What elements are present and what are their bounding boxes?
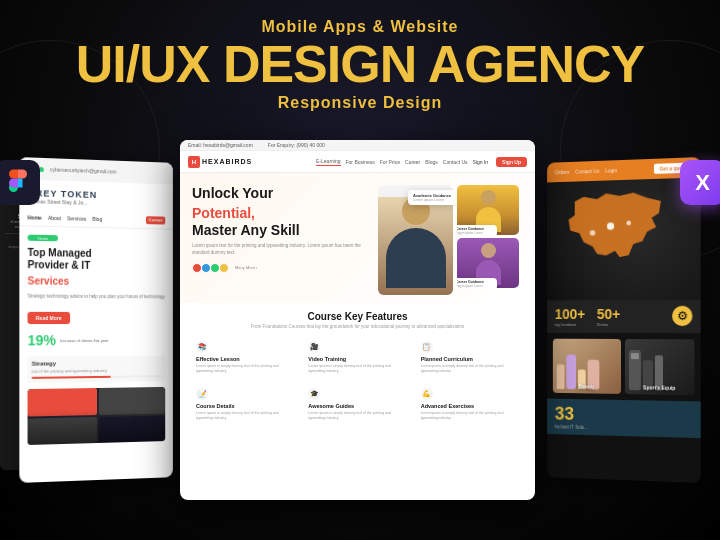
- right-nav-contact[interactable]: Contact Us: [575, 168, 599, 175]
- main-title: UI/UX DESIGN AGENCY: [0, 38, 720, 90]
- badge-career2-text: Lorem ipsum Lorem: [457, 284, 493, 288]
- beauty-label: Beauty: [553, 383, 621, 390]
- hero-img-purple: Career Guidance Lorem ipsum Lorem: [457, 238, 519, 288]
- nav-blogs[interactable]: Blogs: [425, 159, 438, 165]
- feature-video-training: 🎥 Video Training Lorem ipsum is simply d…: [304, 337, 410, 378]
- center-hero: Unlock Your Potential, Master Any Skill …: [180, 173, 535, 303]
- hero-img-col: Career Guidance Lorem ipsum Lorem Career…: [457, 185, 519, 295]
- hero-title-red: Potential,: [192, 205, 368, 222]
- feature5-icon: 🎓: [308, 388, 320, 400]
- feature-advanced-exercises: 💪 Advanced Exercises Lorem ipsum is simp…: [417, 384, 523, 425]
- hero-avatars: Many More+: [192, 263, 368, 273]
- nav-contact[interactable]: Contact Us: [443, 159, 468, 165]
- feature1-title: Effective Lesson: [196, 356, 294, 362]
- gear-icon: ⚙: [672, 306, 692, 326]
- x-badge: X: [680, 160, 720, 205]
- services-label: Services: [28, 275, 166, 288]
- product-sports: Sport's Equip: [624, 339, 694, 395]
- screen-left: cybersecuritytech@gmail.com GREY TOKEN ●…: [19, 157, 173, 483]
- left-title: Top Managed Provider & IT: [28, 247, 166, 273]
- feature5-title: Awesome Guides: [308, 403, 406, 409]
- left-nav-blog[interactable]: Blog: [92, 215, 102, 221]
- stat-label: Increase of clients this year: [60, 338, 108, 343]
- email-text: Email: hexabirds@gmail.com: [188, 142, 253, 148]
- feature6-title: Advanced Exercises: [421, 403, 519, 409]
- feature6-text: Lorem ipsum is simply dummy text of the …: [421, 411, 519, 421]
- hero-main-img: Academic Guidance Lorem ipsum Lorem: [378, 185, 453, 295]
- feature3-icon: 📋: [421, 341, 433, 353]
- feature2-icon: 🎥: [308, 341, 320, 353]
- left-screen-header: GREY TOKEN ● Jonas Street Stay & Jo...: [19, 179, 173, 211]
- left-nav-home[interactable]: Home: [28, 214, 42, 220]
- center-nav-links: E-Learning For Business For Price Career…: [316, 157, 527, 167]
- nav-career[interactable]: Career: [405, 159, 420, 165]
- nav-signin[interactable]: Sign In: [473, 159, 489, 165]
- center-logo: H HEXABIRDS: [188, 156, 252, 168]
- badge-career1-text: Lorem ipsum Lorem: [457, 231, 493, 235]
- feature2-title: Video Training: [308, 356, 406, 362]
- products-row: Beauty Sport's Equip: [547, 333, 701, 402]
- email-bar: Email: hexabirds@gmail.com For Enquiry: …: [180, 140, 535, 151]
- stat2-label: Drives: [597, 322, 620, 327]
- features-grid: 📚 Effective Lesson Lorem ipsum is simply…: [192, 337, 523, 425]
- left-nav-url: cybersecuritytech@gmail.com: [50, 166, 117, 174]
- feature5-text: Lorem ipsum is simply dummy text of the …: [308, 411, 406, 421]
- strategy-box: Strategy List of the printing and typese…: [28, 356, 166, 384]
- left-screen-content: Home Top Managed Provider & IT Services …: [19, 226, 173, 454]
- feature-effective-lesson: 📚 Effective Lesson Lorem ipsum is simply…: [192, 337, 298, 378]
- enquiry-text: For Enquiry: (990) 40 000: [268, 142, 325, 148]
- feature3-title: Planned Curriculum: [421, 356, 519, 362]
- hero-right: Academic Guidance Lorem ipsum Lorem Care…: [378, 185, 523, 295]
- hero-title3: Master Any Skill: [192, 222, 368, 239]
- nav-for-business[interactable]: For Business: [346, 159, 375, 165]
- product-beauty: Beauty: [553, 339, 621, 394]
- screens-container: ● ● ● One-Stop Solution For Se... el ame…: [0, 140, 720, 540]
- left-nav-services-link[interactable]: Services: [67, 215, 86, 221]
- feature2-text: Lorem ipsum is simply dummy text of the …: [308, 364, 406, 374]
- left-description: Strategic technology advice to help you …: [28, 294, 166, 301]
- features-sub: From Foundations Courses that lay the gr…: [192, 324, 523, 329]
- right-nav-login[interactable]: Login: [605, 167, 617, 173]
- left-stats: 19% Increase of clients this year: [28, 332, 166, 349]
- features-section: Course Key Features From Foundations Cou…: [180, 303, 535, 433]
- feature4-text: Lorem ipsum is simply dummy text of the …: [196, 411, 294, 421]
- strategy-text: List of the printing and typesetting ind…: [32, 368, 162, 375]
- nav-elearning[interactable]: E-Learning: [316, 158, 340, 166]
- stat1: 100+ ing locations: [555, 306, 585, 327]
- stat1-number: 100+: [555, 306, 585, 322]
- nav-for-price[interactable]: For Price: [380, 159, 400, 165]
- feature4-icon: 📝: [196, 388, 208, 400]
- feature1-icon: 📚: [196, 341, 208, 353]
- more-text: Many More+: [235, 265, 257, 270]
- left-contact-btn[interactable]: Contact: [148, 217, 162, 222]
- feature-course-details: 📝 Course Details Lorem ipsum is simply d…: [192, 384, 298, 425]
- strategy-title: Strategy: [32, 360, 162, 367]
- nav-signup-btn[interactable]: Sign Up: [496, 157, 527, 167]
- right-bottom-badge: 33 he best IT Solu...: [547, 399, 701, 439]
- features-title: Course Key Features: [192, 311, 523, 322]
- feature3-text: Lorem ipsum is simply dummy text of the …: [421, 364, 519, 374]
- hero-left: Unlock Your Potential, Master Any Skill …: [192, 185, 368, 295]
- stat2-number: 50+: [597, 306, 620, 322]
- stat2: 50+ Drives: [597, 306, 620, 327]
- left-screen-image: [28, 387, 166, 445]
- home-badge: Home: [28, 235, 58, 242]
- feature-planned-curriculum: 📋 Planned Curriculum Lorem ipsum is simp…: [417, 337, 523, 378]
- read-more-btn[interactable]: Read More: [28, 312, 70, 324]
- right-nav-orders[interactable]: Orders: [555, 169, 570, 175]
- logo-icon: H: [188, 156, 200, 168]
- logo-text: HEXABIRDS: [202, 158, 252, 165]
- header: Mobile Apps & Website UI/UX DESIGN AGENC…: [0, 18, 720, 112]
- header-subtitle-bottom: Responsive Design: [0, 94, 720, 112]
- figma-badge: [0, 160, 40, 205]
- stat1-label: ing locations: [555, 322, 585, 327]
- left-nav-about[interactable]: About: [48, 214, 61, 220]
- feature-awesome-guides: 🎓 Awesome Guides Lorem ipsum is simply d…: [304, 384, 410, 425]
- hero-description: Lorem ipsum text for the printing and ty…: [192, 243, 368, 257]
- center-navbar: H HEXABIRDS E-Learning For Business For …: [180, 151, 535, 173]
- stat-number: 19%: [28, 332, 56, 348]
- screen-center: Email: hexabirds@gmail.com For Enquiry: …: [180, 140, 535, 500]
- feature6-icon: 💪: [421, 388, 433, 400]
- screen-right: Orders Contact Us Login Get a quote 100+…: [547, 157, 701, 483]
- feature1-text: Lorem ipsum is simply dummy text of the …: [196, 364, 294, 374]
